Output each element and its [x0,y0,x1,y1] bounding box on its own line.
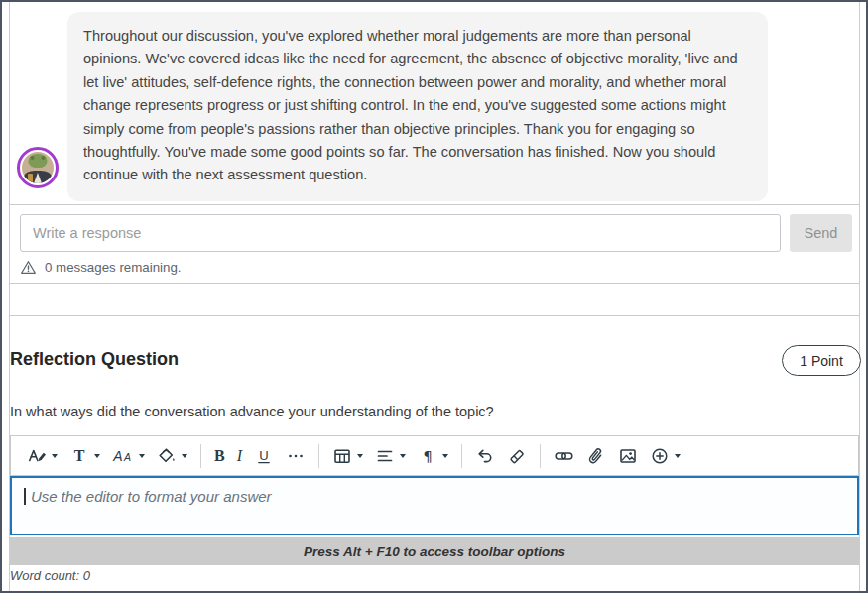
warning-icon [20,259,37,276]
insert-table-button[interactable] [326,440,369,472]
svg-text:A: A [112,447,122,463]
attach-file-button[interactable] [580,440,612,472]
toolbar-hint-text: Press Alt + F10 to access toolbar option… [304,544,565,559]
underline-button[interactable]: U [248,440,280,472]
scrollbar-track-border [859,2,860,591]
fill-color-icon [157,446,177,466]
send-button[interactable]: Send [790,214,852,252]
more-options-icon [286,446,306,466]
frog-avatar-image [22,152,54,183]
svg-text:U: U [259,447,268,462]
chat-response-bar: Send 0 messages remaining. [10,204,859,284]
font-size-icon: A A [112,446,134,466]
section-divider [10,315,859,316]
undo-button[interactable] [469,440,501,472]
align-button[interactable] [369,440,412,472]
toolbar-hint-bar: Press Alt + F10 to access toolbar option… [10,537,859,565]
points-badge: 1 Point [782,345,861,376]
messages-remaining-row: 0 messages remaining. [20,259,181,276]
question-text: In what ways did the conversation advanc… [10,404,494,419]
avatar [17,147,59,188]
more-formatting-button[interactable] [280,440,311,472]
chat-message-text: Throughout our discussion, you've explor… [83,28,738,182]
chevron-down-icon [400,454,406,458]
chevron-down-icon [675,454,681,458]
editor-toolbar: T A A B I U [10,435,859,476]
text-color-button[interactable] [21,440,63,472]
insert-image-button[interactable] [612,440,644,472]
italic-icon: I [237,448,242,464]
clear-formatting-button[interactable] [501,440,533,472]
paragraph-icon: ¶ [418,446,437,466]
add-content-button[interactable] [644,440,686,472]
text-color-icon [27,446,47,466]
messages-remaining-text: 0 messages remaining. [45,260,181,275]
svg-text:A: A [123,450,131,462]
reflection-question-heading: Reflection Question [10,349,179,370]
table-icon [332,446,352,466]
text-cursor [24,488,26,505]
chevron-down-icon [139,454,145,458]
fill-color-button[interactable] [151,440,193,472]
response-input[interactable] [20,214,781,252]
undo-icon [475,446,495,466]
image-icon [618,446,638,466]
link-icon [554,446,574,466]
bold-button[interactable]: B [208,440,231,472]
chevron-down-icon [52,454,58,458]
insert-link-button[interactable] [548,440,580,472]
bold-icon: B [214,448,225,464]
word-count: Word count: 0 [10,568,90,583]
chevron-down-icon [442,454,448,458]
chevron-down-icon [182,454,187,458]
italic-button[interactable]: I [231,440,248,472]
paperclip-icon [586,446,606,466]
font-size-button[interactable]: A A [106,440,151,472]
underline-icon: U [254,446,274,466]
eraser-icon [507,446,527,466]
svg-text:¶: ¶ [423,448,432,464]
paragraph-style-button[interactable]: ¶ [412,440,454,472]
svg-text:T: T [74,447,85,464]
toolbar-separator [200,444,201,468]
assessment-page: Throughout our discussion, you've explor… [0,0,868,593]
plus-circle-icon [650,446,670,466]
font-family-button[interactable]: T [63,440,106,472]
editor-placeholder: Use the editor to format your answer [31,488,272,505]
font-family-icon: T [69,446,89,466]
chevron-down-icon [94,454,100,458]
toolbar-separator [318,444,319,468]
align-icon [375,446,395,466]
chat-message-bubble: Throughout our discussion, you've explor… [67,12,768,201]
toolbar-separator [461,444,462,468]
chevron-down-icon [357,454,363,458]
toolbar-separator [540,444,541,468]
answer-editor[interactable]: Use the editor to format your answer [10,476,859,535]
